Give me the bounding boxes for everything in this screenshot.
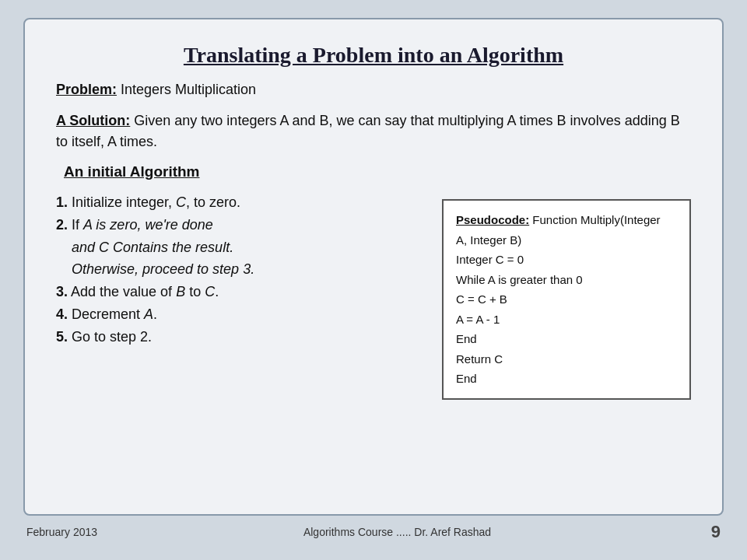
solution-block: A Solution: Given any two integers A and… [56, 110, 691, 152]
pseudo-line-item: Integer C = 0 [456, 250, 677, 270]
pseudo-lines: A, Integer B)Integer C = 0While A is gre… [456, 230, 677, 389]
steps-column: 1. Initialize integer, C, to zero.2. If … [56, 191, 442, 348]
pseudo-line-item: While A is greater than 0 [456, 270, 677, 290]
step-item: 4. Decrement A. [56, 303, 426, 326]
footer-center: Algorithms Course ..... Dr. Aref Rashad [97, 526, 697, 538]
solution-label: A Solution: [56, 113, 130, 128]
footer: February 2013 Algorithms Course ..... Dr… [23, 522, 724, 542]
pseudo-label: Pseudocode: [456, 213, 529, 226]
footer-page: 9 [697, 522, 721, 542]
step-item: 5. Go to step 2. [56, 326, 426, 348]
pseudo-line-item: C = C + B [456, 289, 677, 310]
algorithm-label: An initial Algorithm [64, 163, 691, 180]
footer-left: February 2013 [26, 526, 97, 538]
slide: Translating a Problem into an Algorithm … [23, 18, 724, 516]
content-area: 1. Initialize integer, C, to zero.2. If … [56, 191, 691, 499]
problem-line: Problem: Integers Multiplication [56, 82, 691, 98]
pseudo-line-item: End [456, 329, 677, 349]
pseudo-line-item: A = A - 1 [456, 310, 677, 330]
pseudocode-box: Pseudocode: Function Multiply(Integer A,… [442, 199, 691, 400]
pseudo-line-item: End [456, 369, 677, 389]
step-item: 2. If A is zero, we're done [56, 214, 426, 236]
problem-label: Problem: [56, 82, 117, 97]
step-item: 1. Initialize integer, C, to zero. [56, 191, 426, 214]
step-item: Otherwise, proceed to step 3. [56, 258, 426, 281]
problem-text: Integers Multiplication [117, 82, 256, 97]
pseudo-line-item: A, Integer B) [456, 230, 677, 250]
steps-list: 1. Initialize integer, C, to zero.2. If … [56, 191, 426, 348]
solution-text: Given any two integers A and B, we can s… [56, 113, 680, 149]
step-item: 3. Add the value of B to C. [56, 281, 426, 303]
pseudo-line-item: Return C [456, 349, 677, 369]
pseudo-first-line: Function Multiply(Integer [529, 213, 660, 226]
step-item: and C Contains the result. [56, 236, 426, 259]
slide-title: Translating a Problem into an Algorithm [56, 43, 691, 68]
